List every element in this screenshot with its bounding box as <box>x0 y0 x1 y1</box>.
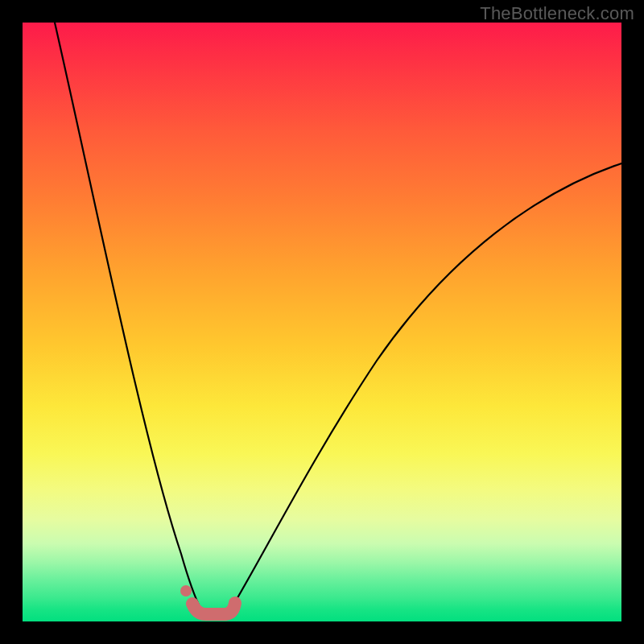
curve-left-branch <box>55 23 201 610</box>
curve-right-branch <box>230 163 621 610</box>
chart-frame: TheBottleneck.com <box>0 0 644 644</box>
optimum-dot <box>180 585 192 597</box>
watermark-text: TheBottleneck.com <box>480 3 634 24</box>
optimum-band <box>192 603 235 614</box>
plot-area <box>23 23 621 621</box>
curve-layer <box>23 23 621 621</box>
